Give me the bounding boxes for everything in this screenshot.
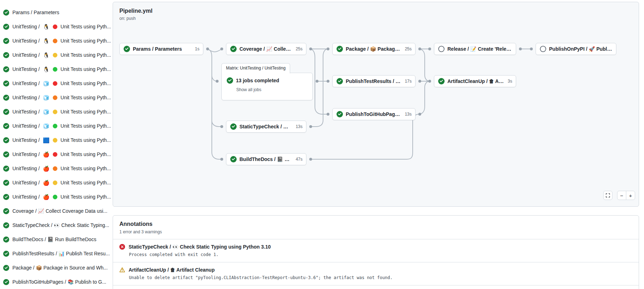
sidebar-job-item[interactable]: UnitTesting /🐧Unit Tests using Pyth... (0, 62, 113, 76)
node-label: Params / Parameters (133, 46, 192, 52)
job-label: UnitTesting / (12, 109, 40, 115)
sidebar-job-item[interactable]: PublishToGitHubPages / 📚 Publish to G... (0, 275, 113, 289)
edge-dot (220, 48, 223, 50)
edge (420, 81, 430, 114)
os-icon: 🐧 (43, 52, 50, 58)
sidebar-job-item[interactable]: UnitTesting /🍎Unit Tests using Pyth... (0, 161, 113, 176)
sidebar-job-item[interactable]: UnitTesting /🐧Unit Tests using Pyth... (0, 48, 113, 62)
sidebar-job-item[interactable]: UnitTesting /🧊Unit Tests using Pyth... (0, 90, 113, 105)
sidebar-job-item[interactable]: Params / Parameters (0, 5, 113, 20)
job-label: UnitTesting / (12, 66, 40, 72)
graph-node-publish-to-github-pages[interactable]: PublishToGitHubPages / 📚...13s (332, 108, 416, 120)
sidebar-job-item[interactable]: UnitTesting /🧊Unit Tests using Pyth... (0, 119, 113, 133)
os-icon: 🧊 (43, 95, 50, 100)
edge-dot (206, 48, 209, 50)
job-label: UnitTesting / (12, 194, 40, 200)
success-check-icon (3, 95, 9, 101)
os-icon: 🧊 (43, 81, 50, 86)
sidebar-job-item[interactable]: PublishTestResults / 📊 Publish Test Resu… (0, 246, 113, 261)
job-label-tail: Unit Tests using Pyth... (61, 24, 111, 29)
graph-node-package[interactable]: Package / 📦 Package in So...25s (332, 43, 416, 55)
sidebar-job-item[interactable]: UnitTesting /🧊Unit Tests using Pyth... (0, 105, 113, 119)
os-icon: 🍎 (43, 166, 50, 171)
skipped-circle-icon (438, 46, 445, 52)
graph-node-publish-test-results[interactable]: PublishTestResults / 📊 Pu...17s (332, 75, 416, 87)
zoom-out-button[interactable]: − (617, 191, 626, 200)
annotations-divider (113, 285, 639, 285)
sidebar-job-item[interactable]: UnitTesting /🐧Unit Tests using Pyth... (0, 34, 113, 48)
success-check-icon (3, 166, 9, 172)
annotation-message: Process completed with exit code 1. (129, 252, 632, 257)
node-label: StaticTypeCheck / 👀 Chec... (239, 124, 293, 129)
edge-dot (530, 48, 533, 50)
job-label: PublishTestResults / 📊 Publish Test Resu… (12, 251, 110, 256)
edge-dot (309, 158, 312, 161)
matrix-group-tab: Matrix: UnitTesting / UnitTesting (221, 63, 290, 73)
job-label-tail: Unit Tests using Pyth... (61, 109, 111, 115)
node-label: PublishToGitHubPages / 📚... (346, 111, 402, 117)
show-all-jobs-link[interactable]: Show all jobs (236, 87, 261, 92)
node-duration: 13s (296, 124, 303, 129)
success-check-icon (337, 111, 343, 117)
workflow-trigger: on: push (119, 16, 152, 21)
graph-node-params[interactable]: Params / Parameters1s (119, 43, 203, 55)
annotations-header: Annotations 1 error and 3 warnings (113, 216, 639, 239)
os-icon: 🟦 (43, 138, 50, 143)
os-icon: 🍎 (43, 180, 50, 185)
sidebar-job-item[interactable]: Coverage / 📈 Collect Coverage Data usi..… (0, 204, 113, 218)
node-duration: 17s (405, 79, 412, 84)
graph-node-coverage[interactable]: Coverage / 📈 Collect Cove...25s (226, 43, 306, 55)
success-check-icon (3, 151, 9, 157)
node-label: PublishTestResults / 📊 Pu... (346, 78, 402, 84)
success-check-icon (3, 24, 9, 30)
edge-dot (428, 48, 431, 50)
edge-dot (316, 80, 318, 83)
sidebar-job-item[interactable]: UnitTesting /🍎Unit Tests using Pyth... (0, 190, 113, 204)
job-label: UnitTesting / (12, 80, 40, 86)
success-check-icon (3, 180, 9, 186)
graph-node-static-type-check[interactable]: StaticTypeCheck / 👀 Chec...13s (226, 121, 306, 133)
job-label: BuildTheDocs / 📓 Run BuildTheDocs (12, 237, 96, 242)
sidebar-job-item[interactable]: StaticTypeCheck / 👀 Check Static Typing.… (0, 218, 113, 232)
job-label: UnitTesting / (12, 24, 40, 29)
matrix-success-icon-slot (227, 77, 233, 84)
matrix-jobs-completed: 13 jobs completed (236, 78, 279, 83)
annotations-panel: Annotations 1 error and 3 warnings Stati… (113, 215, 639, 289)
fullscreen-button[interactable] (603, 191, 612, 200)
sidebar-job-item[interactable]: UnitTesting /🧊Unit Tests using Pyth... (0, 76, 113, 90)
sidebar-job-item[interactable]: BuildTheDocs / 📓 Run BuildTheDocs (0, 232, 113, 246)
zoom-in-out-group: − + (617, 191, 635, 200)
sidebar-job-item[interactable]: UnitTesting /🟦Unit Tests using Pyth... (0, 133, 113, 147)
sidebar-job-item[interactable]: UnitTesting /🍎Unit Tests using Pyth... (0, 176, 113, 190)
node-label: ArtifactCleanUp / 🗑 Artifac... (447, 78, 505, 84)
edge (311, 114, 419, 159)
zoom-in-button[interactable]: + (626, 191, 635, 200)
edge-dot (216, 80, 219, 83)
success-check-icon (3, 222, 9, 228)
job-label-tail: Unit Tests using Pyth... (61, 123, 111, 129)
edge-dot (418, 113, 421, 116)
annotation-job-link[interactable]: ArtifactCleanUp / 🗑 Artifact Cleanup (119, 267, 632, 273)
graph-node-release[interactable]: Release / 📝 Create 'Release P... (434, 43, 516, 55)
job-label: Package / 📦 Package in Source and Wh... (12, 265, 108, 271)
annotations-title: Annotations (119, 221, 632, 227)
workflow-file-title: Pipeline.yml (119, 8, 152, 14)
graph-node-build-the-docs[interactable]: BuildTheDocs / 📓 Run Buil...47s (226, 153, 306, 165)
graph-node-artifact-cleanup[interactable]: ArtifactCleanUp / 🗑 Artifac...3s (434, 75, 516, 87)
edge-dot (327, 48, 329, 50)
sidebar-job-item[interactable]: Package / 📦 Package in Source and Wh... (0, 261, 113, 275)
success-check-icon (438, 78, 445, 84)
error-icon (119, 244, 125, 250)
jobs-sidebar: Params / ParametersUnitTesting /🐧Unit Te… (0, 0, 113, 289)
graph-node-publish-on-pypi[interactable]: PublishOnPyPI / 🚀 Publish to ... (536, 43, 616, 55)
node-label: Package / 📦 Package in So... (346, 46, 402, 52)
edge-dot (327, 113, 329, 116)
annotation-job-link[interactable]: StaticTypeCheck / 👀 Check Static Typing … (119, 244, 632, 250)
sidebar-job-item[interactable]: UnitTesting /🍎Unit Tests using Pyth... (0, 147, 113, 161)
python-version-dot-icon (53, 138, 57, 143)
success-check-icon (3, 10, 9, 16)
job-label: UnitTesting / (12, 52, 40, 58)
python-version-dot-icon (53, 39, 57, 43)
success-check-icon (227, 77, 233, 84)
sidebar-job-item[interactable]: UnitTesting /🐧Unit Tests using Pyth... (0, 20, 113, 34)
